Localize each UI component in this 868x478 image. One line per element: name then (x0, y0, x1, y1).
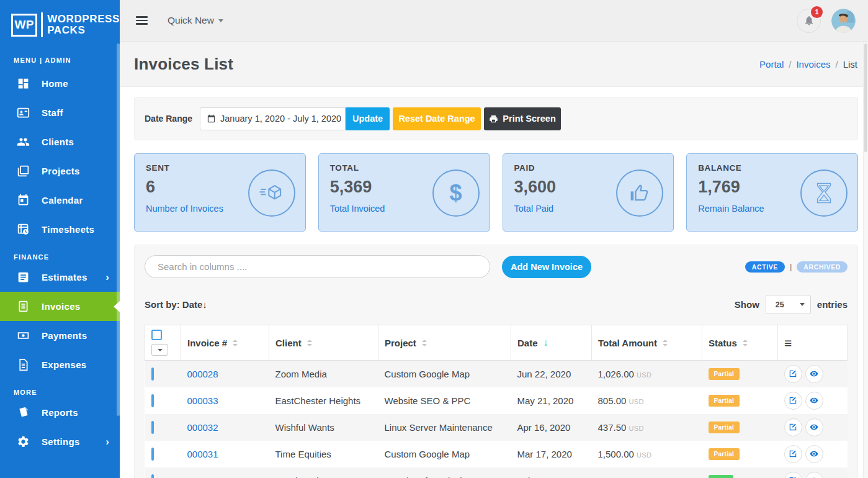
quick-new-dropdown[interactable]: Quick New (168, 15, 223, 26)
sidebar-item-label: Timesheets (42, 224, 94, 235)
sidebar-scrollbar[interactable] (117, 43, 120, 416)
sidebar-section-more: MORE (14, 389, 120, 396)
sidebar-item-calendar[interactable]: Calendar (0, 186, 120, 215)
caret-down-icon (800, 303, 805, 306)
select-all-header (145, 325, 181, 361)
client-cell: Time Equities (269, 441, 378, 467)
calendar-icon (17, 194, 30, 207)
sidebar-item-payments[interactable]: Payments (0, 321, 120, 350)
expense-doc-icon (17, 358, 30, 371)
date-range-input[interactable]: January 1, 2020 - July 1, 2020 (200, 107, 346, 130)
sidebar-item-home[interactable]: Home (0, 69, 120, 98)
edit-icon (789, 449, 797, 458)
sort-icon (422, 340, 427, 346)
table-row: 000031 Time Equities Custom Google Map M… (145, 441, 848, 467)
column-header-total-amount[interactable]: Total Amount (592, 325, 702, 361)
entries-per-page-select[interactable]: 25 (766, 295, 811, 314)
reset-date-range-button[interactable]: Reset Date Range (393, 107, 481, 130)
sidebar-item-label: Clients (42, 137, 74, 147)
eye-icon (810, 396, 818, 405)
invoice-link[interactable]: 000031 (187, 449, 218, 459)
sidebar-item-invoices[interactable]: Invoices (0, 292, 120, 321)
select-all-checkbox[interactable] (151, 330, 162, 340)
sidebar-item-clients[interactable]: Clients (0, 127, 120, 156)
column-header-client[interactable]: Client (269, 325, 378, 361)
row-checkbox[interactable] (151, 394, 154, 407)
staff-badge-icon (17, 106, 30, 119)
date-filter-panel: Date Range January 1, 2020 - July 1, 202… (134, 97, 858, 140)
amount-cell: 1,026.00USD (592, 361, 702, 387)
sidebar-item-reports[interactable]: Reports (0, 398, 120, 427)
currency-label: USD (637, 371, 651, 379)
currency-label: USD (637, 451, 651, 459)
invoices-table-panel: Add New Invoice ACTIVE | ARCHIVED Sort b… (134, 245, 858, 478)
stats-row: SENT 6 Number of Invoices TOTAL 5,369 To… (134, 153, 858, 232)
active-filter-badge[interactable]: ACTIVE (745, 261, 785, 273)
column-header-status[interactable]: Status (702, 325, 778, 361)
notifications-button[interactable]: 1 (797, 9, 821, 33)
edit-invoice-button[interactable] (784, 445, 802, 463)
sidebar-item-timesheets[interactable]: Timesheets (0, 215, 120, 244)
invoice-doc-icon (17, 300, 30, 313)
row-checkbox[interactable] (151, 421, 154, 434)
view-invoice-button[interactable] (805, 365, 823, 383)
update-button[interactable]: Update (346, 107, 390, 130)
search-input[interactable] (145, 255, 490, 278)
date-cell: Jun 22, 2020 (511, 361, 592, 387)
row-checkbox[interactable] (151, 474, 154, 478)
hamburger-menu-icon[interactable] (136, 14, 148, 27)
breadcrumb-invoices[interactable]: Invoices (796, 59, 830, 70)
add-new-invoice-button[interactable]: Add New Invoice (502, 256, 591, 278)
view-invoice-button[interactable] (805, 445, 823, 463)
breadcrumb-portal[interactable]: Portal (759, 59, 784, 70)
content-area: Date Range January 1, 2020 - July 1, 202… (120, 87, 868, 478)
invoice-link[interactable]: 000033 (187, 395, 218, 406)
edit-invoice-button[interactable] (784, 365, 802, 383)
column-header-invoice[interactable]: Invoice # (181, 325, 269, 361)
banknote-icon (17, 329, 30, 342)
edit-invoice-button[interactable] (784, 472, 802, 478)
project-cell: Linux Server Maintenance (378, 414, 511, 441)
date-cell: Apr 16, 2020 (511, 414, 592, 441)
edit-invoice-button[interactable] (784, 418, 802, 436)
user-avatar[interactable] (831, 9, 856, 33)
sidebar-item-settings[interactable]: Settings › (0, 427, 120, 456)
table-row: 000030 Handy Help User interface design … (145, 467, 848, 478)
entries-label: entries (817, 299, 848, 310)
bulk-select-dropdown[interactable] (151, 344, 168, 356)
column-header-project[interactable]: Project (378, 325, 511, 361)
invoice-link[interactable]: 000032 (187, 422, 218, 433)
invoice-link[interactable]: 000028 (187, 369, 218, 379)
table-header-row: Invoice # Client Project Date↓ Total Amo… (145, 325, 848, 361)
project-cell: Custom Google Map (378, 361, 511, 387)
edit-invoice-button[interactable] (784, 392, 802, 410)
print-screen-button[interactable]: Print Screen (484, 107, 561, 130)
view-invoice-button[interactable] (805, 392, 823, 410)
sidebar-item-expenses[interactable]: Expenses (0, 350, 120, 379)
sort-icon (663, 340, 668, 346)
view-invoice-button[interactable] (805, 418, 823, 436)
sidebar-item-staff[interactable]: Staff (0, 98, 120, 127)
page-scrollbar[interactable] (863, 42, 868, 478)
date-range-label: Date Range (145, 114, 192, 124)
brand-logo[interactable]: WP WORDPRESS PACKS (0, 0, 120, 37)
sidebar-item-label: Payments (42, 330, 87, 341)
stat-card-paid: PAID 3,600 Total Paid (503, 153, 674, 232)
view-invoice-button[interactable] (805, 472, 823, 478)
invoice-link[interactable]: 000030 (187, 476, 218, 478)
client-cell: Handy Help (269, 467, 378, 478)
column-header-date[interactable]: Date↓ (511, 325, 592, 361)
sidebar-section-admin: MENU | ADMIN (14, 56, 120, 64)
report-icon (17, 406, 30, 419)
sort-direction-arrow: ↓ (202, 299, 207, 310)
dashboard-icon (17, 77, 30, 90)
archived-filter-badge[interactable]: ARCHIVED (797, 261, 848, 273)
caret-down-icon (158, 349, 163, 351)
sidebar-item-estimates[interactable]: Estimates › (0, 263, 120, 292)
row-checkbox[interactable] (151, 448, 154, 461)
scrollbar-thumb[interactable] (864, 43, 867, 152)
column-header-menu[interactable]: ≡ (778, 325, 848, 361)
columns-menu-icon[interactable]: ≡ (784, 336, 792, 350)
row-checkbox[interactable] (151, 368, 154, 381)
sidebar-item-projects[interactable]: Projects (0, 156, 120, 186)
